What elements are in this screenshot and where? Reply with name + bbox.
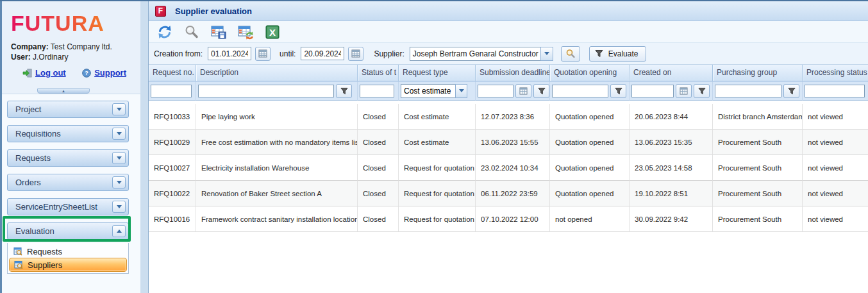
cell-status: Closed — [358, 155, 399, 181]
filter-funnel-button[interactable] — [610, 84, 626, 98]
table-row[interactable]: RFQ10027 Electricity installation Wareho… — [149, 155, 868, 181]
reload-layout-button[interactable] — [237, 24, 254, 40]
sidebar-item-evaluation[interactable]: Evaluation — [7, 222, 129, 240]
calendar-icon — [519, 87, 528, 95]
table-row[interactable]: RFQ10022 Renovation of Baker Street sect… — [149, 181, 868, 206]
cell-quotation-opening: not opened — [550, 206, 630, 232]
cell-status: Closed — [358, 130, 399, 155]
support-link[interactable]: ? Support — [82, 68, 126, 78]
supplier-search-button[interactable] — [561, 46, 580, 62]
filter-created-on-input[interactable] — [631, 85, 674, 97]
calendar-icon — [680, 87, 688, 95]
save-layout-button[interactable] — [210, 24, 227, 40]
sidebar-item-requests[interactable]: Requests — [7, 149, 129, 167]
cell-status: Closed — [358, 104, 399, 130]
user-value: J.Ordinary — [33, 53, 68, 62]
filter-bar: Creation from: until: Supplier: Joseph B… — [149, 43, 868, 65]
search-button[interactable] — [183, 24, 200, 40]
submenu-item-requests[interactable]: Requests — [9, 245, 127, 258]
filter-funnel-icon — [615, 87, 622, 95]
chevron-down-icon[interactable] — [540, 47, 553, 61]
cell-quotation-opening: Quotation opened — [550, 181, 630, 206]
excel-export-button[interactable]: X — [264, 24, 281, 40]
supplier-label: Supplier: — [374, 49, 404, 58]
calendar-button[interactable] — [676, 84, 692, 98]
cell-processing-status: not viewed — [803, 130, 868, 155]
sidebar-splitter: ▲ — [2, 88, 140, 94]
col-header-request-type[interactable]: Request type — [399, 65, 476, 81]
submenu-item-suppliers[interactable]: Suppliers — [9, 258, 127, 272]
table-header-row: Request no. Description Status of t Requ… — [149, 65, 868, 81]
logout-link[interactable]: Log out — [22, 68, 66, 78]
cell-description: Electricity installation Warehouse — [196, 155, 358, 181]
cell-request-type: Request for quotation — [399, 181, 476, 206]
chevron-down-icon[interactable] — [112, 128, 126, 140]
sidebar-item-orders[interactable]: Orders — [7, 174, 129, 191]
table-row[interactable]: RFQ10029 Free cost estimation with no ma… — [149, 130, 868, 155]
chevron-down-icon[interactable] — [455, 84, 467, 98]
sidebar-item-label: Requests — [15, 153, 51, 163]
filter-funnel-button[interactable] — [533, 84, 549, 98]
cell-submission-deadline: 07.10.2022 12:00 — [476, 206, 550, 232]
evaluation-submenu: Requests Suppliers — [7, 243, 129, 274]
filter-status-input[interactable] — [360, 85, 394, 97]
supplier-combo-value[interactable]: Joseph Bertram Genaral Constructor t — [410, 47, 540, 61]
table-row[interactable]: RFQ10016 Framework contract sanitary ins… — [149, 206, 868, 232]
refresh-icon — [157, 24, 172, 40]
supplier-combo: Joseph Bertram Genaral Constructor t — [410, 47, 553, 61]
calendar-button[interactable] — [515, 84, 531, 98]
filter-funnel-icon — [340, 87, 348, 95]
evaluate-button[interactable]: Evaluate — [589, 46, 647, 62]
col-header-processing-status[interactable]: Processing status — [803, 65, 868, 81]
filter-submission-deadline-input[interactable] — [478, 85, 513, 97]
cell-quotation-opening: Quotation opened — [550, 104, 630, 130]
results-table: Request no. Description Status of t Requ… — [149, 65, 868, 232]
chevron-up-icon[interactable] — [112, 225, 126, 237]
refresh-button[interactable] — [156, 24, 173, 40]
until-calendar-button[interactable] — [348, 47, 363, 61]
filter-funnel-button[interactable] — [694, 84, 710, 98]
cell-quotation-opening: Quotation opened — [550, 130, 630, 155]
user-label: User: — [11, 53, 31, 62]
filter-description-input[interactable] — [198, 85, 334, 97]
cell-submission-deadline: 06.11.2022 23:59 — [476, 181, 550, 206]
cell-processing-status: not viewed — [803, 181, 868, 206]
filter-funnel-icon — [788, 87, 796, 95]
filter-purchasing-group-input[interactable] — [715, 85, 781, 97]
table-row[interactable]: RFQ10033 Pipe laying work Closed Cost es… — [149, 104, 868, 130]
col-header-submission-deadline[interactable]: Submission deadline — [476, 65, 550, 81]
creation-from-input[interactable] — [208, 47, 251, 60]
sidebar-item-label: Evaluation — [15, 226, 54, 236]
filter-funnel-button[interactable] — [783, 84, 799, 98]
collapse-handle[interactable]: ▲ — [37, 88, 90, 94]
col-header-status[interactable]: Status of t — [358, 65, 399, 81]
filter-quotation-opening-input[interactable] — [552, 85, 608, 97]
filter-processing-status-input[interactable] — [805, 85, 865, 97]
sidebar-item-service-entry-sheet-list[interactable]: ServiceEntrySheetList — [7, 198, 129, 215]
col-header-request-no[interactable]: Request no. — [149, 65, 196, 81]
sidebar-item-label: Project — [15, 105, 41, 114]
until-input[interactable] — [301, 47, 344, 60]
chevron-down-icon[interactable] — [112, 176, 126, 188]
filter-funnel-icon — [538, 87, 546, 95]
cell-purchasing-group: District branch Amsterdam — [713, 104, 803, 130]
chevron-down-icon[interactable] — [112, 201, 126, 213]
filter-request-no-input[interactable] — [151, 85, 192, 97]
col-header-quotation-opening[interactable]: Quotation opening — [550, 65, 630, 81]
chevron-down-icon[interactable] — [112, 103, 126, 115]
chevron-down-icon[interactable] — [112, 152, 126, 164]
filter-request-type-value[interactable]: Cost estimate — [401, 84, 455, 98]
search-icon — [565, 49, 576, 59]
user-line: User: J.Ordinary — [11, 52, 133, 62]
sidebar-item-project[interactable]: Project — [7, 101, 129, 118]
cell-request-type: Request for quotation — [399, 155, 476, 181]
logout-door-icon — [22, 69, 32, 78]
filter-funnel-button[interactable] — [336, 84, 352, 98]
col-header-description[interactable]: Description — [196, 65, 358, 81]
col-header-created-on[interactable]: Created on — [630, 65, 713, 81]
sidebar-item-requisitions[interactable]: Requisitions — [7, 125, 129, 142]
col-header-purchasing-group[interactable]: Purchasing group — [713, 65, 803, 81]
cell-request-type: Cost estimate — [399, 130, 476, 155]
submenu-item-label: Suppliers — [28, 260, 62, 270]
creation-from-calendar-button[interactable] — [255, 47, 271, 61]
